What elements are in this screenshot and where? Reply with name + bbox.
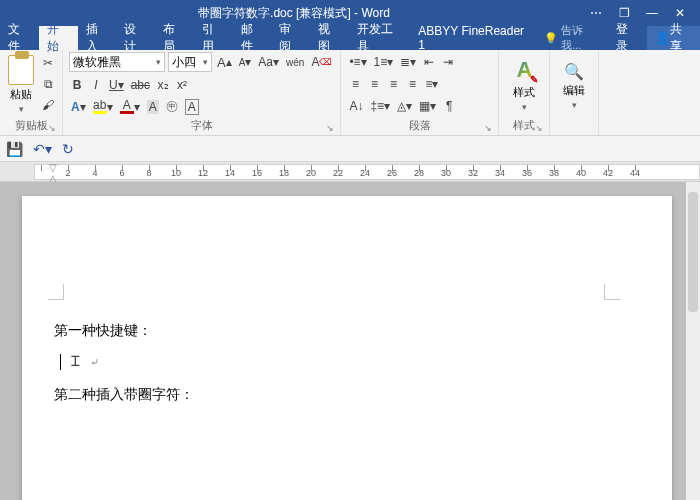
font-color-icon: A (120, 99, 134, 114)
bold-button[interactable]: B (69, 76, 85, 94)
character-border-button[interactable]: A (183, 98, 201, 116)
bullets-icon: •≡ (349, 55, 360, 69)
ruler-tick (122, 165, 123, 171)
text-line[interactable]: 第二种插入带圈字符： (54, 378, 612, 410)
tab-review[interactable]: 审阅 (271, 26, 310, 50)
brush-icon: 🖌 (42, 98, 54, 112)
save-icon: 💾 (6, 141, 23, 157)
tell-me-label: 告诉我... (561, 23, 600, 53)
font-color-button[interactable]: A▾ (118, 98, 142, 116)
tab-developer[interactable]: 开发工具 (349, 26, 411, 50)
window-restore-button[interactable]: ❐ (610, 6, 638, 20)
multilevel-list-button[interactable]: ≣▾ (398, 53, 418, 71)
styles-icon: A✎ (516, 57, 532, 83)
group-styles: A✎ 样式 ▾ 样式↘ (499, 50, 550, 135)
text-line[interactable]: 第一种快捷键： (54, 314, 612, 346)
align-center-icon: ≡ (371, 77, 378, 91)
justify-icon: ≡ (409, 77, 416, 91)
redo-button[interactable]: ↻ (62, 141, 74, 157)
ruler-tick (149, 165, 150, 171)
vertical-scrollbar[interactable] (686, 182, 700, 500)
character-shading-button[interactable]: A (145, 98, 161, 116)
highlight-button[interactable]: ab▾ (91, 98, 115, 116)
indent-icon: ⇥ (443, 55, 453, 69)
tab-file[interactable]: 文件 (0, 26, 39, 50)
ruler-tick (608, 165, 609, 171)
text-effects-button[interactable]: A▾ (69, 98, 88, 116)
undo-button[interactable]: ↶▾ (33, 141, 52, 157)
styles-launcher[interactable]: ↘ (535, 123, 543, 133)
tab-design[interactable]: 设计 (116, 26, 155, 50)
tell-me-box[interactable]: 💡告诉我... (536, 26, 608, 50)
align-right-button[interactable]: ≡ (385, 75, 401, 93)
share-label: 共享 (670, 21, 692, 55)
tab-mailings[interactable]: 邮件 (233, 26, 272, 50)
share-button[interactable]: 👤 共享 (647, 26, 700, 50)
save-button[interactable]: 💾 (6, 141, 23, 157)
cut-button[interactable]: ✂ (40, 54, 56, 72)
strikethrough-button[interactable]: abc (129, 76, 152, 94)
horizontal-ruler[interactable]: ▽ △ 246810121416182022242628303234363840… (34, 164, 700, 180)
ruler-tick (473, 165, 474, 171)
decrease-indent-button[interactable]: ⇤ (421, 53, 437, 71)
text-line[interactable]: Ꮖ ⤶ (54, 346, 612, 378)
tab-references[interactable]: 引用 (194, 26, 233, 50)
copy-button[interactable]: ⧉ (40, 75, 56, 93)
grow-font-button[interactable]: A▴ (215, 53, 234, 71)
shading-button[interactable]: ◬▾ (395, 97, 414, 115)
window-close-button[interactable]: ✕ (666, 6, 694, 20)
font-launcher[interactable]: ↘ (326, 123, 334, 133)
show-marks-button[interactable]: ¶ (441, 97, 457, 115)
tab-insert[interactable]: 插入 (78, 26, 117, 50)
sort-button[interactable]: A↓ (347, 97, 365, 115)
distributed-button[interactable]: ≡▾ (423, 75, 440, 93)
underline-button[interactable]: U▾ (107, 76, 126, 94)
align-center-button[interactable]: ≡ (366, 75, 382, 93)
align-left-button[interactable]: ≡ (347, 75, 363, 93)
numbering-button[interactable]: 1≡▾ (372, 53, 396, 71)
page[interactable]: 第一种快捷键： Ꮖ ⤶ 第二种插入带圈字符： (22, 196, 672, 500)
paste-button[interactable]: 粘贴 ▾ (4, 52, 38, 116)
ruler-tick (581, 165, 582, 171)
font-name-combo[interactable]: 微软雅黑▾ (69, 52, 165, 72)
window-minimize-button[interactable]: — (638, 6, 666, 20)
shrink-font-button[interactable]: A▾ (237, 53, 254, 71)
format-painter-button[interactable]: 🖌 (40, 96, 56, 114)
bullets-button[interactable]: •≡▾ (347, 53, 368, 71)
enclose-characters-button[interactable]: ㊥ (164, 98, 180, 116)
justify-button[interactable]: ≡ (404, 75, 420, 93)
char-border-icon: A (185, 99, 199, 115)
styles-button[interactable]: A✎ 样式 ▾ (503, 52, 545, 116)
change-case-button[interactable]: Aa▾ (256, 53, 281, 71)
clipboard-launcher[interactable]: ↘ (48, 123, 56, 133)
borders-button[interactable]: ▦▾ (417, 97, 438, 115)
signin-button[interactable]: 登录 (608, 26, 647, 50)
italic-button[interactable]: I (88, 76, 104, 94)
tab-view[interactable]: 视图 (310, 26, 349, 50)
font-size-combo[interactable]: 小四▾ (168, 52, 212, 72)
paragraph-mark-icon: ⤶ (90, 350, 99, 375)
tab-home[interactable]: 开始 (39, 26, 78, 50)
ruler-tick (284, 165, 285, 171)
ruler-tick (446, 165, 447, 171)
ruler-tick (500, 165, 501, 171)
tab-layout[interactable]: 布局 (155, 26, 194, 50)
shading-icon: A (147, 100, 159, 114)
group-font: 微软雅黑▾ 小四▾ A▴ A▾ Aa▾ wén A⌫ B I U▾ abc x₂… (63, 50, 341, 135)
line-spacing-button[interactable]: ‡≡▾ (368, 97, 392, 115)
scrollbar-thumb[interactable] (688, 192, 698, 312)
increase-indent-button[interactable]: ⇥ (440, 53, 456, 71)
superscript-button[interactable]: x² (174, 76, 190, 94)
clear-formatting-button[interactable]: A⌫ (309, 53, 334, 71)
first-line-indent-marker[interactable]: ▽ (49, 162, 57, 173)
editing-button[interactable]: 🔍 编辑 ▾ (554, 52, 594, 119)
paragraph-launcher[interactable]: ↘ (484, 123, 492, 133)
group-font-label: 字体 (191, 119, 213, 131)
window-options-button[interactable]: ⋯ (582, 6, 610, 20)
ruler-tick (338, 165, 339, 171)
subscript-button[interactable]: x₂ (155, 76, 171, 94)
ruler-tick (419, 165, 420, 171)
document-content[interactable]: 第一种快捷键： Ꮖ ⤶ 第二种插入带圈字符： (54, 314, 612, 411)
tab-abbyy[interactable]: ABBYY FineReader 1 (410, 26, 536, 50)
phonetic-guide-button[interactable]: wén (284, 53, 306, 71)
